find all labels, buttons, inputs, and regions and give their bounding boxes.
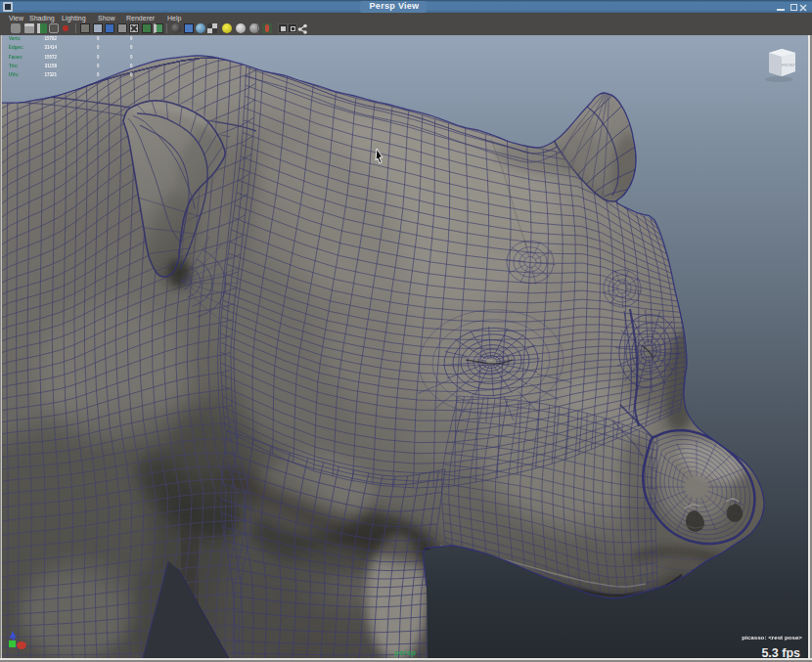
svg-text:FRONT: FRONT bbox=[782, 63, 795, 67]
svg-text:persp: persp bbox=[394, 648, 416, 657]
